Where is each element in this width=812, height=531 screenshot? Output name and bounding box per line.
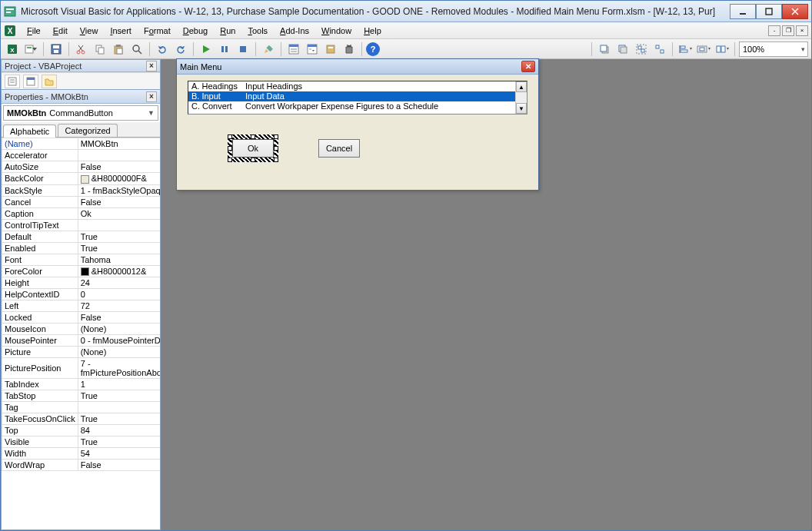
ok-button[interactable]: Ok [232, 139, 274, 158]
property-row[interactable]: LockedFalse [2, 312, 161, 324]
property-row[interactable]: Width54 [2, 448, 161, 460]
property-row[interactable]: MousePointer0 - fmMousePointerDefault [2, 335, 161, 347]
resize-handle[interactable] [228, 158, 232, 162]
userform-designer[interactable]: Main Menu ✕ A. HeadingsInput HeadingsB. … [176, 58, 539, 191]
resize-handle[interactable] [274, 158, 278, 162]
group-icon[interactable] [633, 41, 650, 58]
menu-run[interactable]: Run [214, 25, 241, 37]
property-row[interactable]: BackStyle1 - fmBackStyleOpaque [2, 184, 161, 196]
toggle-folders-icon[interactable] [42, 75, 57, 88]
userform-close-icon[interactable]: ✕ [521, 61, 535, 72]
cancel-button[interactable]: Cancel [318, 139, 360, 158]
ungroup-icon[interactable] [651, 41, 668, 58]
userform-listbox[interactable]: A. HeadingsInput HeadingsB. InputInput D… [188, 81, 527, 114]
maximize-button[interactable] [756, 4, 782, 19]
property-row[interactable]: Picture(None) [2, 347, 161, 358]
align-dropdown-icon[interactable] [677, 41, 694, 58]
insert-dropdown-icon[interactable] [22, 41, 39, 58]
redo-icon[interactable] [172, 41, 189, 58]
property-row[interactable]: Tag [2, 402, 161, 413]
view-object-icon[interactable] [23, 75, 38, 88]
menu-help[interactable]: Help [358, 25, 388, 37]
tab-alphabetic[interactable]: Alphabetic [3, 124, 56, 138]
property-row[interactable]: ForeColor&H80000012& [2, 265, 161, 277]
property-row[interactable]: Height24 [2, 277, 161, 289]
zoom-dropdown[interactable]: 100% [739, 41, 808, 57]
copy-icon[interactable] [92, 41, 108, 58]
resize-handle[interactable] [228, 134, 232, 139]
menu-edit[interactable]: Edit [47, 25, 74, 37]
resize-handle[interactable] [251, 158, 255, 162]
find-icon[interactable] [128, 41, 145, 58]
properties-pane-close-icon[interactable]: × [146, 91, 157, 102]
minimize-button[interactable] [730, 4, 756, 19]
project-pane-close-icon[interactable]: × [146, 61, 157, 71]
list-item[interactable]: C. ConvertConvert Workpaper Expense Figu… [188, 101, 515, 111]
mdi-minimize[interactable]: - [768, 25, 780, 36]
property-row[interactable]: CaptionOk [2, 207, 161, 219]
list-item[interactable]: A. HeadingsInput Headings [188, 81, 515, 91]
property-row[interactable]: HelpContextID0 [2, 289, 161, 300]
undo-icon[interactable] [154, 41, 171, 58]
view-excel-icon[interactable]: X [4, 41, 21, 58]
property-row[interactable]: ControlTipText [2, 219, 161, 231]
mdi-restore[interactable]: ❐ [782, 25, 794, 36]
scroll-down-icon[interactable]: ▼ [516, 103, 527, 114]
properties-window-icon[interactable] [304, 41, 321, 58]
paste-icon[interactable] [110, 41, 127, 58]
properties-grid[interactable]: (Name)MMOkBtnAcceleratorAutoSizeFalseBac… [2, 138, 160, 529]
resize-handle[interactable] [274, 146, 278, 151]
save-icon[interactable] [48, 41, 65, 58]
resize-handle[interactable] [228, 146, 232, 151]
property-row[interactable]: FontTahoma [2, 254, 161, 265]
bring-to-front-icon[interactable] [596, 41, 613, 58]
property-row[interactable]: (Name)MMOkBtn [2, 138, 161, 150]
property-row[interactable]: Accelerator [2, 150, 161, 161]
resize-handle[interactable] [251, 134, 255, 139]
menu-window[interactable]: Window [315, 25, 358, 37]
menu-addins[interactable]: Add-Ins [274, 25, 315, 37]
center-dropdown-icon[interactable] [695, 41, 712, 58]
svg-rect-43 [601, 45, 607, 51]
menu-view[interactable]: View [74, 25, 105, 37]
menu-debug[interactable]: Debug [177, 25, 214, 37]
property-row[interactable]: VisibleTrue [2, 436, 161, 448]
property-row[interactable]: EnabledTrue [2, 242, 161, 254]
tab-categorized[interactable]: Categorized [58, 124, 117, 137]
help-icon[interactable]: ? [366, 42, 380, 56]
project-explorer-icon[interactable] [285, 41, 302, 58]
design-mode-icon[interactable] [260, 41, 277, 58]
cut-icon[interactable] [73, 41, 90, 58]
property-row[interactable]: AutoSizeFalse [2, 161, 161, 173]
mdi-close[interactable]: × [796, 25, 808, 36]
resize-handle[interactable] [274, 134, 278, 139]
property-row[interactable]: TakeFocusOnClickTrue [2, 413, 161, 425]
object-selector-combo[interactable]: MMOkBtn CommandButton ▼ [3, 105, 158, 121]
menu-tools[interactable]: Tools [241, 25, 274, 37]
send-to-back-icon[interactable] [614, 41, 631, 58]
list-item[interactable]: B. InputInput Data [188, 91, 515, 101]
property-row[interactable]: MouseIcon(None) [2, 324, 161, 335]
menu-file[interactable]: File [21, 25, 47, 37]
close-button[interactable] [782, 4, 808, 19]
property-row[interactable]: WordWrapFalse [2, 460, 161, 471]
run-icon[interactable] [198, 41, 215, 58]
menu-format[interactable]: Format [138, 25, 177, 37]
property-row[interactable]: Top84 [2, 425, 161, 436]
menu-insert[interactable]: Insert [104, 25, 138, 37]
size-dropdown-icon[interactable] [714, 41, 730, 58]
break-icon[interactable] [216, 41, 233, 58]
reset-icon[interactable] [235, 41, 251, 58]
property-row[interactable]: Left72 [2, 300, 161, 312]
property-row[interactable]: PicturePosition7 - fmPicturePositionAbov… [2, 358, 161, 379]
property-row[interactable]: TabStopTrue [2, 390, 161, 402]
scrollbar[interactable]: ▲ ▼ [515, 81, 527, 114]
property-row[interactable]: CancelFalse [2, 196, 161, 207]
property-row[interactable]: DefaultTrue [2, 231, 161, 242]
property-row[interactable]: TabIndex1 [2, 379, 161, 390]
toolbox-icon[interactable] [341, 41, 358, 58]
scroll-up-icon[interactable]: ▲ [516, 81, 527, 92]
object-browser-icon[interactable] [322, 41, 339, 58]
view-code-icon[interactable] [5, 75, 20, 88]
property-row[interactable]: BackColor&H8000000F& [2, 173, 161, 185]
